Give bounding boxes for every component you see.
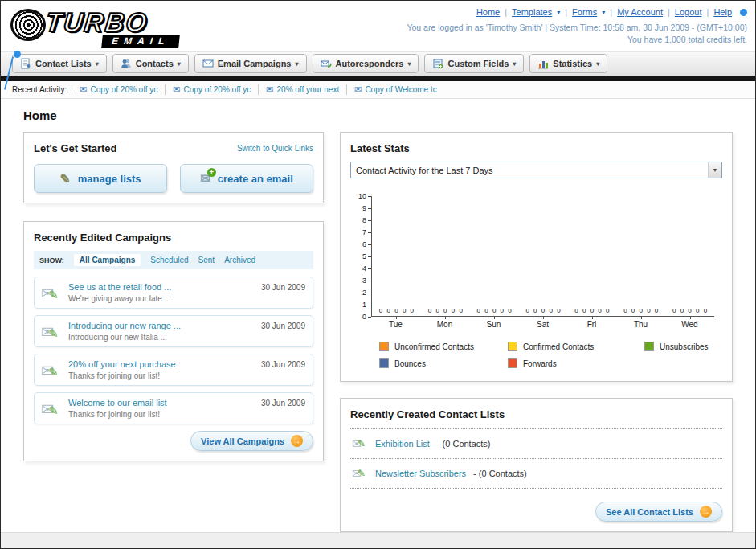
filter-sent[interactable]: Sent xyxy=(198,256,215,264)
tab-label: Contact Lists xyxy=(35,59,92,68)
bar-value-group: 0 0 0 0 0 xyxy=(665,307,714,314)
tab-custom-fields[interactable]: Custom Fields ▾ xyxy=(424,54,524,73)
tab-autoresponders[interactable]: Autoresponders ▾ xyxy=(313,54,419,73)
manage-lists-button[interactable]: ✎ manage lists xyxy=(34,164,167,193)
see-all-contact-lists-button[interactable]: See All Contact Lists → xyxy=(595,502,722,522)
main-nav: Contact Lists ▾ Contacts ▾ Email Campaig… xyxy=(1,51,755,76)
y-tick-label: 5 xyxy=(362,252,371,260)
custom-fields-icon xyxy=(432,58,443,69)
legend-label: Unsubscribes xyxy=(660,342,709,351)
campaign-envelope-pencil-icon: ✉✎ xyxy=(41,322,63,343)
recent-activity-text: Copy of 20% off yc xyxy=(184,85,251,94)
contact-list-link[interactable]: Exhibition List xyxy=(375,439,430,449)
contact-list-row[interactable]: ✉✎ Newsletter Subscribers - (0 Contacts) xyxy=(350,458,722,488)
chevron-down-icon: ▾ xyxy=(295,60,298,68)
campaign-envelope-pencil-icon: ✉✎ xyxy=(41,399,63,420)
chart-plot-area: 0 0 0 0 00 0 0 0 00 0 0 0 00 0 0 0 00 0 … xyxy=(371,196,714,317)
y-tick-label: 8 xyxy=(362,216,371,224)
switch-quick-links-link[interactable]: Switch to Quick Links xyxy=(237,144,313,153)
x-axis-label: Thu xyxy=(616,317,665,329)
nav-link-logout[interactable]: Logout xyxy=(675,7,702,17)
chevron-down-icon: ▾ xyxy=(96,60,99,68)
nav-link-forms[interactable]: Forms xyxy=(572,7,597,17)
legend-item: Unconfirmed Contacts xyxy=(379,342,508,351)
y-tick-label: 6 xyxy=(362,240,371,248)
x-axis-label: Sun xyxy=(469,317,518,329)
recent-activity-text: Copy of 20% off yc xyxy=(91,85,158,94)
legend-item: Confirmed Contacts xyxy=(508,342,644,351)
y-tick-label: 10 xyxy=(358,192,371,200)
filter-scheduled[interactable]: Scheduled xyxy=(150,256,188,264)
campaign-title-link[interactable]: 20% off your next purchase xyxy=(68,359,256,369)
campaign-date: 30 Jun 2009 xyxy=(261,360,305,369)
campaign-row[interactable]: ✉✎ See us at the retail food ... We're g… xyxy=(34,277,313,309)
recent-activity-item[interactable]: ✉ Copy of 20% off yc xyxy=(72,84,165,95)
envelope-icon: ✉ xyxy=(266,84,273,95)
logo-subtitle: EMAIL xyxy=(101,35,180,48)
logo-swirl-icon xyxy=(10,9,46,41)
contact-list-count: - (0 Contacts) xyxy=(473,469,527,478)
chart-x-axis: TueMonSunSatFriThuWed xyxy=(371,317,722,329)
campaigns-filter-bar: SHOW: All Campaigns Scheduled Sent Archi… xyxy=(34,251,313,269)
x-axis-label: Mon xyxy=(420,317,469,329)
create-email-button[interactable]: ✉+ create an email xyxy=(180,164,313,193)
campaign-title-link[interactable]: Introducing our new range ... xyxy=(68,321,256,330)
page: TURBO EMAIL Home | Templates ▾ | Forms ▾… xyxy=(0,0,756,549)
stats-period-select[interactable]: Contact Activity for the Last 7 Days ▼ xyxy=(350,162,722,178)
view-all-campaigns-label: View All Campaigns xyxy=(201,436,284,446)
nav-link-templates[interactable]: Templates xyxy=(512,7,552,17)
legend-swatch xyxy=(508,342,517,351)
campaign-title-link[interactable]: Welcome to our email list xyxy=(68,398,256,408)
nav-link-help[interactable]: Help xyxy=(713,7,732,17)
legend-label: Confirmed Contacts xyxy=(523,342,594,351)
statistics-icon xyxy=(537,58,549,69)
recent-activity-text: Copy of Welcome tc xyxy=(365,85,436,94)
contacts-icon xyxy=(121,58,132,69)
tab-statistics[interactable]: Statistics ▾ xyxy=(529,54,607,73)
latest-stats-panel: Latest Stats Contact Activity for the La… xyxy=(340,132,733,382)
chevron-down-icon: ▾ xyxy=(178,60,181,68)
campaign-row[interactable]: ✉✎ Welcome to our email list Thanks for … xyxy=(34,392,313,424)
recent-activity-item[interactable]: ✉ 20% off your next xyxy=(258,84,346,95)
logo-title: TURBO xyxy=(44,7,149,38)
chevron-down-icon: ▾ xyxy=(557,9,560,16)
y-tick-label: 7 xyxy=(362,228,371,236)
bar-value-group: 0 0 0 0 0 xyxy=(421,307,470,314)
tab-contacts[interactable]: Contacts ▾ xyxy=(112,54,189,73)
campaign-subtitle: Thanks for joining our list! xyxy=(68,410,256,419)
list-pencil-icon: ✉✎ xyxy=(352,436,368,451)
recent-activity-item[interactable]: ✉ Copy of Welcome tc xyxy=(346,84,444,95)
chevron-down-icon: ▾ xyxy=(407,60,411,68)
logo-antenna-icon xyxy=(14,51,21,58)
tab-label: Statistics xyxy=(553,59,592,68)
chevron-down-icon: ▾ xyxy=(513,60,516,68)
legend-item: Unsubscribes xyxy=(644,342,722,351)
campaign-row[interactable]: ✉✎ Introducing our new range ... Introdu… xyxy=(34,315,313,347)
campaigns-title: Recently Edited Campaigns xyxy=(34,231,313,244)
filter-archived[interactable]: Archived xyxy=(224,256,255,264)
recent-activity-item[interactable]: ✉ Copy of 20% off yc xyxy=(165,84,258,95)
chevron-down-icon: ▼ xyxy=(708,162,721,178)
filter-all-campaigns[interactable]: All Campaigns xyxy=(74,254,141,266)
main-content: Home Let's Get Started Switch to Quick L… xyxy=(1,99,755,532)
y-tick-label: 0 xyxy=(362,313,371,321)
tab-contact-lists[interactable]: Contact Lists ▾ xyxy=(12,54,107,73)
nav-link-my-account[interactable]: My Account xyxy=(617,7,663,17)
pencil-icon: ✎ xyxy=(59,171,70,186)
page-title: Home xyxy=(23,109,733,122)
latest-stats-title: Latest Stats xyxy=(350,142,722,154)
see-all-contact-lists-label: See All Contact Lists xyxy=(606,507,693,517)
view-all-campaigns-button[interactable]: View All Campaigns → xyxy=(190,431,313,451)
contact-list-row[interactable]: ✉✎ Exhibition List - (0 Contacts) xyxy=(350,428,722,458)
autoresponders-icon xyxy=(321,58,332,69)
plus-icon: + xyxy=(207,168,216,177)
campaign-row[interactable]: ✉✎ 20% off your next purchase Thanks for… xyxy=(34,354,313,386)
tab-email-campaigns[interactable]: Email Campaigns ▾ xyxy=(194,54,307,73)
campaign-title-link[interactable]: See us at the retail food ... xyxy=(68,282,256,292)
nav-link-home[interactable]: Home xyxy=(476,7,500,17)
contact-list-link[interactable]: Newsletter Subscribers xyxy=(375,469,466,478)
x-axis-label: Sat xyxy=(518,317,567,329)
show-label: SHOW: xyxy=(39,256,64,264)
list-pencil-icon: ✉✎ xyxy=(352,466,368,481)
status-dot-icon xyxy=(740,9,747,16)
